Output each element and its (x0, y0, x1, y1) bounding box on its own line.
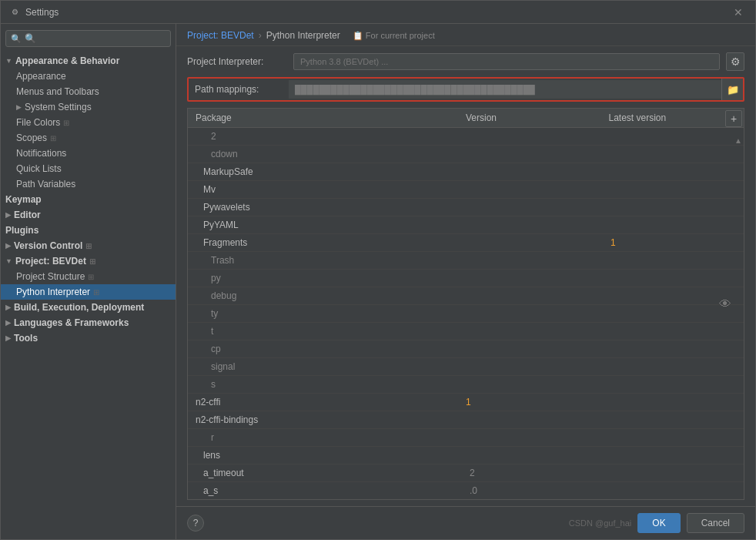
package-latest (605, 340, 744, 357)
column-version: Version (458, 109, 601, 127)
table-row[interactable]: n2-cffi-bindings (188, 411, 744, 429)
scope-icon: ⊞ (50, 134, 56, 143)
table-row[interactable]: a_timeout 2 (188, 465, 744, 482)
package-latest (601, 394, 744, 411)
package-name: 2 (188, 128, 466, 145)
package-name: a_s (188, 482, 462, 499)
table-row[interactable]: cdown (188, 146, 744, 163)
packages-table: Package Version Latest version + 👁 ▲ 2 (187, 108, 744, 500)
sidebar-item-system-settings[interactable]: ▶ System Settings (1, 99, 176, 115)
arrow-icon: ▶ (5, 242, 11, 250)
package-latest (605, 376, 744, 393)
package-latest (605, 323, 744, 340)
search-input[interactable] (25, 33, 166, 44)
table-row[interactable]: Pywavelets (188, 199, 744, 216)
for-current-project: 📋 For current project (353, 31, 435, 41)
interpreter-select[interactable]: Python 3.8 (BEVDet) ... (293, 53, 720, 70)
ok-button[interactable]: OK (637, 513, 680, 533)
package-version (462, 163, 603, 180)
table-row[interactable]: r (188, 429, 744, 447)
package-name: MarkupSafe (188, 163, 462, 180)
package-latest (603, 447, 744, 464)
sidebar-item-label: Build, Execution, Deployment (14, 302, 144, 313)
package-version (466, 128, 605, 145)
sidebar-item-project-structure[interactable]: Project Structure ⊞ (1, 269, 176, 284)
sidebar-item-languages-frameworks[interactable]: ▶ Languages & Frameworks (1, 315, 176, 330)
python-icon: ⊞ (93, 288, 99, 297)
package-name: ty (188, 305, 466, 322)
package-version: .0 (462, 482, 603, 499)
table-header: Package Version Latest version (188, 109, 744, 128)
arrow-icon: ▼ (5, 57, 12, 65)
sidebar-item-version-control[interactable]: ▶ Version Control ⊞ (1, 238, 176, 253)
watermark: CSDN @guf_hai (569, 518, 631, 528)
package-version (462, 181, 603, 198)
arrow-icon: ▶ (5, 304, 11, 311)
sidebar-item-menus-toolbars[interactable]: Menus and Toolbars (1, 84, 176, 99)
package-version (466, 252, 605, 269)
sidebar-item-tools[interactable]: ▶ Tools (1, 330, 176, 346)
sidebar-item-path-variables[interactable]: Path Variables (1, 176, 176, 192)
package-version (466, 270, 605, 287)
table-row[interactable]: 2 (188, 128, 744, 146)
package-name: Pywavelets (188, 199, 462, 216)
table-row[interactable]: Trash (188, 252, 744, 270)
sidebar-item-editor[interactable]: ▶ Editor (1, 207, 176, 223)
table-row[interactable]: t (188, 323, 744, 340)
sidebar-item-build-execution[interactable]: ▶ Build, Execution, Deployment (1, 300, 176, 315)
table-row[interactable]: MarkupSafe (188, 163, 744, 181)
package-version (462, 234, 603, 251)
package-name: Mv (188, 181, 462, 198)
sidebar-item-appearance-behavior[interactable]: ▼ Appearance & Behavior (1, 53, 176, 69)
table-row[interactable]: Mv (188, 181, 744, 199)
file-icon: ⊞ (63, 119, 69, 127)
table-row[interactable]: n2-cffi 1 (188, 394, 744, 411)
help-button[interactable]: ? (187, 515, 204, 532)
add-package-button[interactable]: + (725, 110, 742, 127)
package-latest (603, 199, 744, 216)
search-box[interactable]: 🔍 (5, 30, 171, 47)
sidebar-item-label: Plugins (5, 225, 38, 236)
cancel-button[interactable]: Cancel (687, 513, 744, 533)
close-button[interactable]: ✕ (729, 5, 748, 20)
table-row[interactable]: lens (188, 447, 744, 465)
package-version: 2 (462, 465, 603, 481)
sidebar-item-notifications[interactable]: Notifications (1, 146, 176, 161)
table-row[interactable]: ty (188, 305, 744, 323)
table-row[interactable]: debug (188, 287, 744, 305)
package-version (462, 216, 603, 233)
sidebar-item-file-colors[interactable]: File Colors ⊞ (1, 115, 176, 130)
sidebar-item-appearance[interactable]: Appearance (1, 69, 176, 84)
sidebar-item-python-interpreter[interactable]: Python Interpreter ⊞ (1, 284, 176, 300)
eye-button[interactable]: 👁 (719, 297, 731, 311)
table-row[interactable]: Fragments 1 (188, 234, 744, 252)
package-name: signal (188, 358, 466, 375)
package-name: cp (188, 340, 466, 357)
table-row[interactable]: PyYAML (188, 216, 744, 234)
breadcrumb-separator: › (259, 30, 262, 41)
sidebar-item-label: Keymap (5, 194, 42, 205)
sidebar-item-keymap[interactable]: Keymap (1, 192, 176, 207)
gear-button[interactable]: ⚙ (726, 52, 744, 71)
package-version (466, 340, 605, 357)
sidebar-item-plugins[interactable]: Plugins (1, 223, 176, 238)
scroll-up-button[interactable]: ▲ (734, 136, 742, 145)
package-name: cdown (188, 146, 466, 163)
path-mappings-label: Path mappings: (189, 80, 289, 99)
browse-folder-button[interactable]: 📁 (721, 79, 743, 100)
sidebar-item-quick-lists[interactable]: Quick Lists (1, 161, 176, 176)
sidebar-item-project-bevdet[interactable]: ▼ Project: BEVDet ⊞ (1, 253, 176, 269)
table-row[interactable]: signal (188, 358, 744, 376)
breadcrumb-project[interactable]: Project: BEVDet (187, 30, 254, 41)
interpreter-row: Project Interpreter: Python 3.8 (BEVDet)… (176, 46, 755, 77)
package-name: a_timeout (188, 465, 462, 481)
table-row[interactable]: py (188, 270, 744, 287)
package-name: r (188, 429, 466, 446)
table-row[interactable]: s (188, 376, 744, 394)
sidebar-item-scopes[interactable]: Scopes ⊞ (1, 130, 176, 146)
sidebar-item-label: Path Variables (16, 179, 75, 190)
table-row[interactable]: cp (188, 340, 744, 358)
package-name: lens (188, 447, 462, 464)
table-row[interactable]: a_s .0 (188, 482, 744, 499)
package-name: n2-cffi (188, 394, 458, 411)
